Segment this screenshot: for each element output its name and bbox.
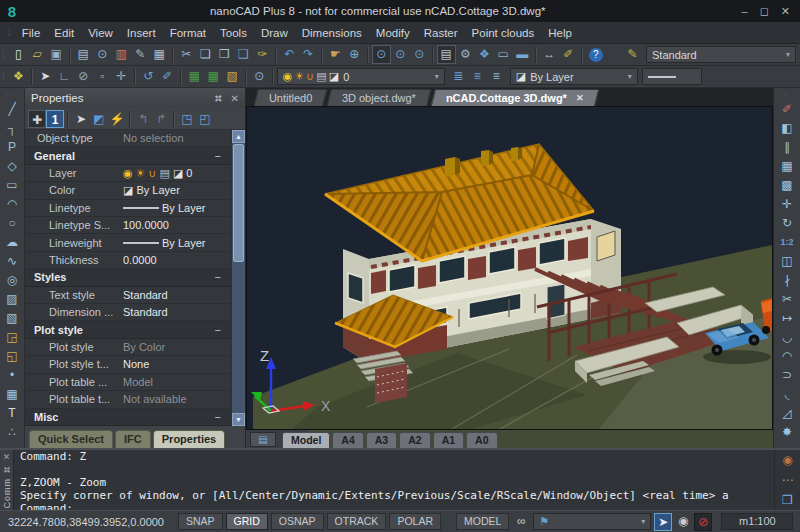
drag-grip-icon[interactable]: ⋯ [5,89,15,100]
drawing-explorer-icon[interactable]: ▤ [437,45,456,64]
help-icon[interactable]: ? [589,48,603,62]
toggle-otrack[interactable]: OTRACK [327,513,387,530]
page-setup-icon[interactable]: ✎ [131,45,150,64]
doc-tab-untitled0[interactable]: Untitled0 [254,89,328,106]
layer-match-icon[interactable]: ≡ [468,67,487,86]
ortho-icon[interactable]: ∟ [55,67,74,86]
color-dropdown[interactable]: ◪ By Layer ▾ [510,68,638,85]
plot-icon[interactable]: ▤ [74,45,93,64]
menu-draw[interactable]: Draw [254,25,295,41]
close-icon[interactable]: ✕ [231,93,239,104]
draw-arc-icon[interactable]: ◠ [3,195,22,214]
break-icon[interactable]: ⊃ [778,366,797,385]
prop-value-plot-table-t[interactable]: Not available [119,393,231,405]
pin-icon[interactable]: ✜ [212,91,226,105]
layout-tab-model[interactable]: Model [282,432,330,448]
batch-plot-icon[interactable]: ▦ [150,45,169,64]
redo-icon[interactable]: ↷ [299,45,318,64]
scroll-down-icon[interactable]: ▼ [232,413,245,426]
close-icon[interactable]: ✕ [3,452,11,462]
prop-value-layer[interactable]: ◉☀∪▤◪0 [119,167,231,180]
layer-previous-icon[interactable]: ≡ [487,67,506,86]
notes-dropdown[interactable]: ⚑ ▾ [533,513,651,530]
collapse-icon[interactable]: − [215,150,221,162]
pan-hand-icon[interactable]: ☛ [796,513,800,531]
copy-settings-icon[interactable]: ↰ [134,110,152,128]
draw-rectangle-icon[interactable]: ▭ [3,176,22,195]
dimension-linear-icon[interactable]: ↔ [540,45,559,64]
doc-tab-ncad-cottage-3d-dwg[interactable]: nCAD.Cottage 3D.dwg*✕ [431,89,599,106]
draw-ellipse-icon[interactable]: ◎ [3,271,22,290]
prop-value-color[interactable]: ◪By Layer [119,184,231,197]
menu-insert[interactable]: Insert [120,25,163,41]
toggle-snap[interactable]: SNAP [178,513,223,530]
prop-value-lineweight[interactable]: By Layer [119,237,231,249]
paste-as-block-icon[interactable]: ❑ [234,45,253,64]
layers-manager-icon[interactable]: ≣ [449,67,468,86]
section-styles[interactable]: Styles− [25,269,231,286]
isolate-objects-icon[interactable]: ⊘ [74,67,93,86]
prop-add-icon[interactable]: ✚ [28,110,46,128]
rotate-icon[interactable]: ↻ [778,214,797,233]
toolbars-icon[interactable]: ▭ [494,45,513,64]
viewport[interactable]: Z X [246,106,773,430]
prop-value-linetype[interactable]: By Layer [119,202,231,214]
select-cycle-icon[interactable]: ◩ [90,110,108,128]
layer-freeze-sun-icon[interactable]: ☀ [294,70,304,83]
stretch-icon[interactable]: ◫ [778,252,797,271]
select-icon[interactable]: ➤ [36,67,55,86]
scale-indicator[interactable]: m1:100 [721,513,793,530]
draw-polyline-icon[interactable]: ┐ [3,119,22,138]
layer-dropdown[interactable]: ◉☀∪▤◪ 0 ▾ [277,68,445,85]
array-icon[interactable]: ▦ [778,157,797,176]
menu-file[interactable]: File [15,25,48,41]
arc-edit-icon[interactable]: ↺ [139,67,158,86]
layout-tab-a2[interactable]: A2 [399,432,430,448]
glasses-icon[interactable]: ∞ [512,513,530,531]
find-icon[interactable]: ⊙ [250,67,269,86]
zoom-dynamic-icon[interactable]: ⊙ [391,45,410,64]
plot-style-icon[interactable]: ▥ [112,45,131,64]
light-source-icon[interactable]: ◉ [674,513,692,531]
fix-window-icon[interactable]: ◰ [196,110,214,128]
open-file-icon[interactable]: ▱ [28,45,47,64]
prop-value-text-style[interactable]: Standard [119,289,231,301]
clip-icon[interactable]: ▫ [93,67,112,86]
hyperlink-icon[interactable]: ☛ [326,45,345,64]
minimize-button[interactable]: – [742,5,748,18]
draw-gradient-icon[interactable]: ▧ [3,309,22,328]
collapse-icon[interactable]: − [215,411,221,423]
insert-image-icon[interactable]: ◲ [3,328,22,347]
menu-help[interactable]: Help [541,25,579,41]
drag-grip-icon[interactable]: ⁞ [2,49,5,60]
text-style-icon[interactable]: ✎ [623,45,642,64]
draw-spline-icon[interactable]: ∿ [3,252,22,271]
object-snap-icon[interactable]: ✛ [112,67,131,86]
layer-freeze-sun-icon[interactable]: ☀ [136,167,146,180]
prop-value-plot-style-t[interactable]: None [119,358,231,370]
web-browser-icon[interactable]: ⊕ [345,45,364,64]
tab-ifc[interactable]: IFC [115,430,151,448]
tab-quick-select[interactable]: Quick Select [29,430,113,448]
sheet-list-icon[interactable]: ▤ [250,432,276,447]
reference-book-icon[interactable]: ▬ [513,45,532,64]
import-table-icon[interactable]: ▦ [185,67,204,86]
extend-icon[interactable]: ↦ [778,309,797,328]
layer-on-bulb-icon[interactable]: ◉ [123,167,133,180]
collapse-icon[interactable]: − [215,271,221,283]
draw-points-icon[interactable]: ∴ [3,423,22,442]
more-options-icon[interactable]: ⋯ [778,471,797,490]
restore-window-icon[interactable]: ◳ [178,110,196,128]
toggle-polar[interactable]: POLAR [389,513,441,530]
layer-on-bulb-icon[interactable]: ◉ [283,70,293,83]
apply-settings-icon[interactable]: ↱ [152,110,170,128]
section-misc[interactable]: Misc− [25,409,231,426]
options-icon[interactable]: ⚙ [456,45,475,64]
text-style-dropdown[interactable]: Standard ▾ [646,46,796,63]
scrollbar[interactable]: ▲ ▼ [231,130,245,426]
collapse-icon[interactable]: − [215,324,221,336]
section-plot-style[interactable]: Plot style− [25,321,231,338]
prop-one-icon[interactable]: 1 [46,110,64,128]
polyline-edit-icon[interactable]: ✐ [158,67,177,86]
maximize-button[interactable]: ◻ [760,5,769,18]
